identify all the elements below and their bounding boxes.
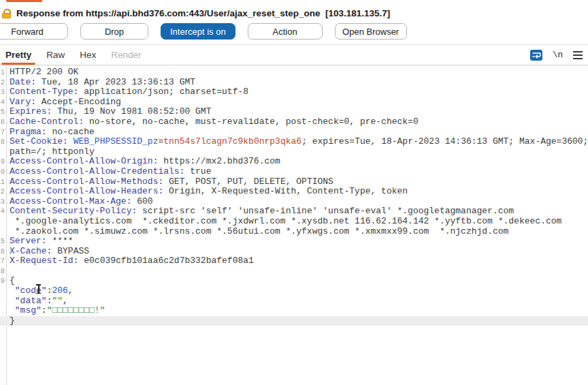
tab-raw[interactable]: Raw — [46, 45, 65, 65]
line-number: 11 — [0, 177, 6, 187]
line-content: Expires: Thu, 19 Nov 1981 08:52:00 GMT — [6, 107, 588, 117]
editor-line[interactable]: 14Content-Security-Policy: script-src 's… — [0, 206, 588, 217]
line-content: path=/; httponly — [6, 147, 588, 157]
line-content: HTTP/2 200 OK — [6, 67, 588, 78]
editor-tab-bar: Pretty Raw Hex Render \n — [0, 44, 588, 65]
editor-line[interactable]: 11Access-Control-Allow-Methods: GET, POS… — [0, 177, 588, 187]
action-button[interactable]: Action — [248, 23, 323, 40]
line-number: 15 — [0, 236, 6, 247]
editor-line[interactable]: "data":"", — [0, 296, 588, 307]
line-number: 12 — [0, 187, 6, 197]
line-number — [0, 227, 6, 237]
line-number — [0, 286, 6, 296]
line-number: 8 — [0, 137, 6, 147]
tab-render[interactable]: Render — [111, 45, 141, 65]
line-number — [0, 296, 6, 307]
editor-line[interactable]: } — [0, 316, 588, 326]
editor-line[interactable]: *.google-analytics.com *.ckeditor.com *.… — [0, 217, 588, 227]
line-content — [6, 266, 588, 277]
line-number — [0, 147, 6, 157]
editor-line[interactable]: 10Access-Control-Allow-Credentials: true — [0, 167, 588, 177]
response-lines: 1HTTP/2 200 OK2Date: Tue, 18 Apr 2023 13… — [0, 65, 588, 326]
line-content: "code":206, — [6, 286, 588, 296]
line-content: Access-Control-Max-Age: 600 — [6, 197, 588, 207]
word-wrap-icon[interactable] — [530, 50, 542, 61]
line-number: 4 — [0, 97, 6, 108]
response-editor[interactable]: 1HTTP/2 200 OK2Date: Tue, 18 Apr 2023 13… — [0, 65, 588, 385]
line-number — [0, 217, 6, 227]
editor-toolbar-icons: \n — [530, 50, 583, 61]
line-content: X-Request-Id: e0c039cfb101aa6c2d7b332baf… — [6, 256, 588, 266]
editor-line[interactable]: 18 — [0, 266, 588, 277]
editor-line[interactable]: path=/; httponly — [0, 147, 588, 157]
line-content: X-Cache: BYPASS — [6, 247, 588, 257]
editor-line[interactable]: "msg":"□□□□□□□□!" — [0, 306, 588, 316]
editor-line[interactable]: "code":206, — [0, 286, 588, 296]
line-content: Access-Control-Allow-Headers: Origin, X-… — [6, 187, 588, 197]
line-content: Pragma: no-cache — [6, 127, 588, 138]
line-content: Vary: Accept-Encoding — [6, 97, 588, 108]
intercept-toggle-button[interactable]: Intercept is on — [161, 23, 235, 40]
line-number: 5 — [0, 107, 6, 117]
line-content: Server: **** — [6, 236, 588, 247]
open-browser-button[interactable]: Open Browser — [335, 23, 407, 40]
line-number: 14 — [0, 206, 6, 217]
editor-line[interactable]: 13Access-Control-Max-Age: 600 — [0, 197, 588, 207]
line-number: 9 — [0, 157, 6, 167]
editor-line[interactable]: 4Vary: Accept-Encoding — [0, 97, 588, 108]
response-title: Response from https://api.bhd376.com:443… — [16, 8, 390, 18]
line-content: { — [6, 276, 588, 286]
editor-line[interactable]: 16X-Cache: BYPASS — [0, 247, 588, 257]
line-content: Access-Control-Allow-Origin: https://mx2… — [6, 157, 588, 167]
line-number: 10 — [0, 167, 6, 177]
editor-line[interactable]: 19{ — [0, 276, 588, 286]
line-content: Cache-Control: no-store, no-cache, must-… — [6, 117, 588, 127]
editor-line[interactable]: 15Server: **** — [0, 236, 588, 247]
tls-lock-icon — [2, 9, 11, 18]
tab-hex[interactable]: Hex — [80, 45, 96, 65]
editor-line[interactable]: *.zaokol.com *.simuwz.com *.lrsns.com *.… — [0, 227, 588, 237]
line-content: Access-Control-Allow-Methods: GET, POST,… — [6, 177, 588, 187]
line-number: 1 — [0, 67, 6, 78]
line-number — [0, 316, 6, 326]
line-content: Content-Security-Policy: script-src 'sel… — [6, 206, 588, 217]
line-content: } — [6, 316, 588, 326]
line-number: 17 — [0, 256, 6, 266]
line-content: Access-Control-Allow-Credentials: true — [6, 167, 588, 177]
editor-line[interactable]: 1HTTP/2 200 OK — [0, 67, 588, 78]
line-content: *.google-analytics.com *.ckeditor.com *.… — [6, 217, 588, 227]
line-number: 7 — [0, 127, 6, 138]
intercept-toolbar: Response from https://api.bhd376.com:443… — [0, 0, 588, 44]
editor-line[interactable]: 7Pragma: no-cache — [0, 127, 588, 138]
line-number: 2 — [0, 78, 6, 88]
line-number: 19 — [0, 276, 6, 286]
message-title-row: Response from https://api.bhd376.com:443… — [0, 5, 588, 22]
line-content: "msg":"□□□□□□□□!" — [6, 306, 588, 316]
editor-line[interactable]: 17X-Request-Id: e0c039cfb101aa6c2d7b332b… — [0, 256, 588, 266]
line-content: Set-Cookie: WEB_PHPSESSID_pz=tnn54s7lcag… — [6, 137, 588, 147]
line-content: *.zaokol.com *.simuwz.com *.lrsns.com *.… — [6, 227, 588, 237]
line-number: 16 — [0, 247, 6, 257]
editor-line[interactable]: 5Expires: Thu, 19 Nov 1981 08:52:00 GMT — [0, 107, 588, 117]
editor-line[interactable]: 3Content-Type: application/json; charset… — [0, 87, 588, 97]
editor-line[interactable]: 6Cache-Control: no-store, no-cache, must… — [0, 117, 588, 127]
editor-menu-icon[interactable] — [573, 51, 583, 59]
tab-pretty[interactable]: Pretty — [5, 45, 31, 65]
drop-button[interactable]: Drop — [80, 23, 148, 40]
intercept-buttons: Forward Drop Intercept is on Action Open… — [0, 22, 588, 44]
line-content: Content-Type: application/json; charset=… — [6, 87, 588, 97]
forward-button[interactable]: Forward — [0, 23, 68, 40]
line-number: 6 — [0, 117, 6, 127]
editor-line[interactable]: 9Access-Control-Allow-Origin: https://mx… — [0, 157, 588, 167]
editor-line[interactable]: 2Date: Tue, 18 Apr 2023 13:36:13 GMT — [0, 78, 588, 88]
line-number: 18 — [0, 266, 6, 277]
line-number: 3 — [0, 87, 6, 97]
line-content: Date: Tue, 18 Apr 2023 13:36:13 GMT — [6, 78, 588, 88]
active-tab-indicator — [6, 0, 42, 2]
line-number: 13 — [0, 197, 6, 207]
editor-line[interactable]: 8Set-Cookie: WEB_PHPSESSID_pz=tnn54s7lca… — [0, 137, 588, 147]
line-content: "data":"", — [6, 296, 588, 307]
line-number — [0, 306, 6, 316]
editor-line[interactable]: 12Access-Control-Allow-Headers: Origin, … — [0, 187, 588, 197]
show-newlines-icon[interactable]: \n — [553, 50, 563, 60]
